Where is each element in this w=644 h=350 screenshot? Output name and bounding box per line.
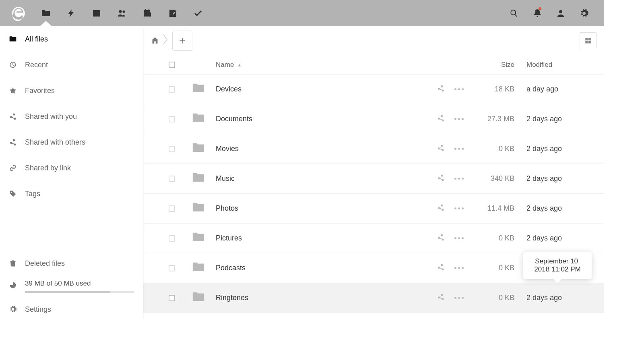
storage-quota: 39 MB of 50 MB used xyxy=(0,276,143,296)
file-modified: 2 days ago xyxy=(526,145,562,153)
sidebar-item-shared-with-others[interactable]: Shared with others xyxy=(0,129,143,155)
table-row[interactable]: Music 340 KB 2 days ago xyxy=(143,164,604,194)
sidebar-item-all-files[interactable]: All files xyxy=(0,26,143,52)
folder-icon xyxy=(192,148,205,156)
quota-text: 39 MB of 50 MB used xyxy=(25,280,134,288)
quota-bar xyxy=(25,291,134,293)
file-modified: 2 days ago xyxy=(526,204,562,212)
row-checkbox[interactable] xyxy=(169,295,175,301)
sidebar: All files Recent Favorites Shared with y… xyxy=(0,26,143,322)
sidebar-item-recent[interactable]: Recent xyxy=(0,52,143,78)
file-size: 0 KB xyxy=(499,145,514,153)
more-icon[interactable] xyxy=(454,293,464,303)
app-logo[interactable] xyxy=(4,0,33,26)
file-name: Devices xyxy=(216,85,242,93)
folder-icon xyxy=(192,89,205,97)
clock-icon xyxy=(9,61,25,69)
nav-tasks-icon[interactable] xyxy=(185,0,211,26)
share-icon[interactable] xyxy=(437,144,445,154)
row-checkbox[interactable] xyxy=(169,146,175,152)
share-icon[interactable] xyxy=(437,174,445,184)
file-size: 0 KB xyxy=(499,234,514,242)
file-modified: 2 days ago xyxy=(526,115,562,123)
share-icon[interactable] xyxy=(437,84,445,94)
column-size[interactable]: Size xyxy=(501,61,514,68)
file-size: 18 KB xyxy=(495,85,514,93)
folder-icon xyxy=(9,35,25,43)
sidebar-item-label: All files xyxy=(25,35,48,43)
sidebar-item-tags[interactable]: Tags xyxy=(0,181,143,207)
table-row[interactable]: Devices 18 KB a day ago xyxy=(143,75,604,104)
folder-icon xyxy=(192,118,205,126)
row-checkbox[interactable] xyxy=(169,116,175,122)
link-icon xyxy=(9,164,25,172)
column-modified[interactable]: Modified xyxy=(526,61,552,68)
top-bar xyxy=(0,0,604,26)
star-icon xyxy=(9,87,25,95)
file-size: 0 KB xyxy=(499,294,514,302)
quota-fill xyxy=(25,291,110,293)
file-size: 0 KB xyxy=(499,264,514,272)
row-checkbox[interactable] xyxy=(169,176,175,182)
nav-calendar-icon[interactable] xyxy=(134,0,160,26)
row-checkbox[interactable] xyxy=(169,205,175,212)
sidebar-item-label: Shared by link xyxy=(25,164,71,172)
sidebar-item-shared-by-link[interactable]: Shared by link xyxy=(0,155,143,181)
share-icon[interactable] xyxy=(437,114,445,124)
search-icon[interactable] xyxy=(502,0,526,26)
file-name: Movies xyxy=(216,145,239,153)
nav-notes-icon[interactable] xyxy=(160,0,185,26)
more-icon[interactable] xyxy=(454,144,464,154)
more-icon[interactable] xyxy=(454,114,464,124)
row-checkbox[interactable] xyxy=(169,235,175,242)
sidebar-item-favorites[interactable]: Favorites xyxy=(0,78,143,104)
folder-icon xyxy=(192,208,205,216)
column-name[interactable]: Name xyxy=(216,61,234,69)
breadcrumb-home[interactable] xyxy=(151,36,159,45)
table-row[interactable]: Movies 0 KB 2 days ago xyxy=(143,134,604,164)
file-size: 340 KB xyxy=(491,174,514,182)
nav-gallery-icon[interactable] xyxy=(84,0,109,26)
row-checkbox[interactable] xyxy=(169,265,175,271)
more-icon[interactable] xyxy=(454,233,464,243)
nav-activity-icon[interactable] xyxy=(58,0,84,26)
view-toggle-grid[interactable] xyxy=(580,32,597,49)
file-size: 11.4 MB xyxy=(487,204,514,212)
breadcrumb-separator xyxy=(163,34,168,48)
share-icon[interactable] xyxy=(437,293,445,303)
share-icon[interactable] xyxy=(437,203,445,213)
more-icon[interactable] xyxy=(454,203,464,213)
breadcrumb-bar xyxy=(143,26,604,55)
sidebar-item-label: Tags xyxy=(25,190,40,198)
file-modified: 2 days ago xyxy=(526,294,562,302)
select-all-checkbox[interactable] xyxy=(169,62,175,68)
new-button[interactable] xyxy=(172,31,192,51)
gear-icon xyxy=(9,305,25,313)
sidebar-item-settings[interactable]: Settings xyxy=(0,296,143,322)
account-icon[interactable] xyxy=(549,0,572,26)
sidebar-item-deleted-files[interactable]: Deleted files xyxy=(0,251,143,276)
more-icon[interactable] xyxy=(454,84,464,94)
table-row[interactable]: Ringtones 0 KB 2 days ago xyxy=(143,283,604,313)
more-icon[interactable] xyxy=(454,174,464,184)
file-name: Ringtones xyxy=(216,294,248,302)
folder-icon xyxy=(192,297,205,305)
more-icon[interactable] xyxy=(454,263,464,273)
settings-icon[interactable] xyxy=(572,0,596,26)
share-icon[interactable] xyxy=(437,263,445,273)
table-header: Name ▲ Size Modified xyxy=(143,55,604,75)
notifications-icon[interactable] xyxy=(526,0,549,26)
date-tooltip: September 10, 2018 11:02 PM xyxy=(523,252,592,279)
table-row[interactable]: Documents 27.3 MB 2 days ago xyxy=(143,104,604,134)
notification-dot xyxy=(539,7,541,10)
sidebar-item-label: Settings xyxy=(25,305,51,314)
table-row[interactable]: Pictures 0 KB 2 days ago xyxy=(143,224,604,253)
share-icon[interactable] xyxy=(437,233,445,243)
row-checkbox[interactable] xyxy=(169,86,175,93)
file-name: Music xyxy=(216,174,235,183)
table-row[interactable]: Photos 11.4 MB 2 days ago xyxy=(143,194,604,224)
sidebar-item-shared-with-you[interactable]: Shared with you xyxy=(0,104,143,129)
file-name: Pictures xyxy=(216,234,242,242)
nav-files-icon[interactable] xyxy=(33,0,58,26)
nav-contacts-icon[interactable] xyxy=(109,0,134,26)
